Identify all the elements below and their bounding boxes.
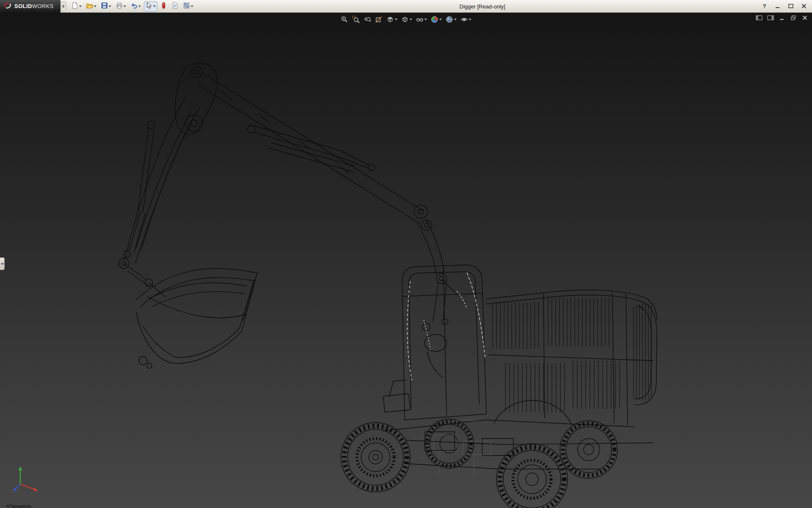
select-icon (145, 2, 152, 11)
document-window-controls (755, 14, 809, 21)
section-view-button[interactable] (374, 14, 384, 25)
minimize-icon (779, 15, 785, 21)
hide-show-items-button[interactable] (415, 14, 428, 25)
chevron-left-icon (1, 262, 2, 265)
minimize-button[interactable] (772, 2, 783, 11)
save-icon (101, 2, 108, 11)
triad-z-axis (12, 484, 20, 491)
view-orientation-label: *Dimetric (6, 503, 32, 508)
solidworks-window: SOLIDWORKS (0, 0, 812, 508)
wheel-far-front (425, 419, 474, 468)
tile-left-button[interactable] (755, 14, 763, 21)
view-settings-button[interactable] (460, 14, 472, 25)
display-style-icon (401, 16, 409, 23)
print-icon (116, 2, 123, 11)
dropdown-arrow-icon (109, 6, 111, 7)
zoom-to-area-button[interactable] (351, 14, 361, 25)
dropdown-arrow-icon (425, 19, 427, 20)
rebuild-icon (160, 2, 167, 11)
dropdown-arrow-icon (410, 19, 412, 20)
maximize-icon (788, 4, 793, 8)
dropdown-arrow-icon (469, 19, 472, 20)
display-style-button[interactable] (401, 14, 413, 25)
edit-appearance-button[interactable] (430, 14, 443, 25)
help-icon: ? (763, 3, 766, 9)
solidworks-logo-mark-icon (3, 1, 12, 11)
triad-y-axis (19, 467, 22, 484)
triad-x-axis (20, 484, 38, 491)
main-toolbar (66, 1, 195, 11)
dropdown-arrow-icon (94, 6, 96, 7)
rebuild-button[interactable] (159, 1, 169, 11)
hide-show-items-icon (416, 16, 424, 23)
zoom-to-fit-icon (341, 16, 348, 23)
orientation-triad[interactable] (8, 465, 42, 497)
options-icon (183, 2, 190, 11)
file-properties-icon (172, 2, 178, 11)
select-button[interactable] (144, 1, 157, 11)
document-close-button[interactable] (801, 14, 809, 21)
dropdown-arrow-icon (79, 6, 82, 7)
undo-icon (131, 2, 137, 11)
solidworks-logo: SOLIDWORKS (0, 0, 60, 13)
chevron-right-icon (3, 262, 4, 265)
wheel-near-rear (497, 444, 568, 508)
document-restore-button[interactable] (790, 14, 797, 21)
help-button[interactable]: ? (759, 2, 770, 11)
wheel-far-rear (560, 421, 617, 478)
view-orientation-icon (387, 16, 394, 23)
brand-works: WORKS (32, 3, 54, 9)
zoom-to-area-icon (352, 16, 360, 23)
chevron-right-icon (63, 5, 65, 8)
edit-appearance-icon (431, 16, 439, 23)
undo-button[interactable] (129, 1, 143, 11)
document-minimize-button[interactable] (778, 14, 786, 21)
close-button[interactable] (798, 2, 809, 11)
previous-view-button[interactable] (363, 14, 372, 25)
dropdown-arrow-icon (123, 6, 126, 7)
new-document-button[interactable] (70, 1, 83, 11)
dropdown-arrow-icon (395, 19, 398, 20)
document-title: Digger [Read-only] (459, 0, 505, 13)
section-view-icon (375, 16, 383, 23)
title-bar: SOLIDWORKS (0, 0, 812, 13)
brand-solid: SOLID (14, 3, 32, 9)
brand-text: SOLIDWORKS (14, 3, 54, 9)
tile-right-button[interactable] (767, 14, 774, 21)
dropdown-arrow-icon (191, 6, 193, 7)
zoom-to-fit-button[interactable] (340, 14, 349, 25)
dropdown-arrow-icon (454, 19, 457, 20)
dropdown-arrow-icon (439, 19, 442, 20)
tile-left-icon (756, 15, 763, 21)
app-window-controls: ? (759, 2, 812, 11)
print-button[interactable] (114, 1, 128, 11)
maximize-button[interactable] (785, 2, 796, 11)
new-document-icon (71, 2, 78, 11)
tile-right-icon (767, 15, 774, 21)
close-icon (802, 15, 808, 21)
heads-up-view-toolbar (340, 14, 472, 25)
view-settings-icon (461, 16, 468, 23)
toolbar-overflow-chevron[interactable] (61, 1, 66, 11)
apply-scene-button[interactable] (445, 14, 458, 25)
previous-view-icon (364, 16, 371, 23)
options-button[interactable] (181, 1, 195, 11)
minimize-icon (775, 4, 780, 8)
close-icon (801, 4, 807, 8)
dropdown-arrow-icon (153, 6, 156, 7)
dropdown-arrow-icon (138, 6, 141, 7)
viewport-canvas[interactable]: *Dimetric (0, 13, 812, 508)
open-icon (86, 2, 93, 11)
wheel-near-front (341, 422, 410, 492)
wireframe-model (0, 13, 812, 508)
apply-scene-icon (446, 16, 453, 23)
feature-panel-splitter[interactable] (0, 257, 5, 270)
restore-icon (790, 15, 796, 21)
save-button[interactable] (99, 1, 113, 11)
view-orientation-button[interactable] (386, 14, 398, 25)
open-button[interactable] (85, 1, 98, 11)
file-properties-button[interactable] (170, 1, 180, 11)
